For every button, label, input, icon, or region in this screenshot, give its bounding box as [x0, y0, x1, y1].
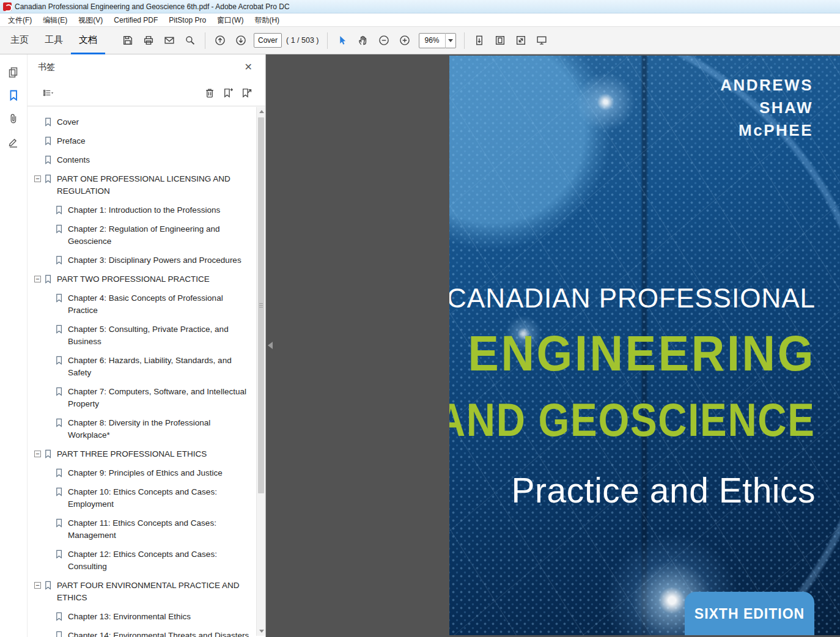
collapse-toggle[interactable]: −	[34, 175, 41, 182]
menu-item[interactable]: 文件(F)	[2, 13, 37, 27]
bookmark-item[interactable]: Chapter 12: Ethics Concepts and Cases: C…	[28, 548, 249, 573]
select-tool-button[interactable]	[332, 30, 353, 51]
bookmark-item[interactable]: Contents	[28, 154, 249, 166]
bookmark-flag-icon	[55, 418, 63, 427]
bookmark-label: Chapter 10: Ethics Concepts and Cases: E…	[68, 486, 249, 510]
page-thumbnails-button[interactable]	[3, 62, 24, 83]
bookmark-label: Chapter 2: Regulation of Engineering and…	[68, 223, 249, 248]
bookmark-label: Chapter 9: Principles of Ethics and Just…	[68, 467, 223, 479]
bookmark-item[interactable]: Chapter 8: Diversity in the Professional…	[28, 417, 249, 441]
bookmarks-close-button[interactable]: ✕	[242, 61, 255, 73]
toolbar-separator	[205, 32, 205, 49]
bookmark-options-button[interactable]	[36, 84, 61, 102]
cover-subtitle: Practice and Ethics	[512, 470, 816, 510]
bookmark-part-item[interactable]: −PART ONE PROFESSIONAL LICENSING AND REG…	[28, 173, 249, 197]
bookmark-flag-icon	[55, 224, 63, 234]
bookmark-arrow-icon	[241, 87, 252, 98]
bookmark-item[interactable]: Preface	[28, 135, 249, 147]
bookmark-item[interactable]: Chapter 5: Consulting, Private Practice,…	[28, 323, 249, 348]
bookmark-item[interactable]: Chapter 7: Computers, Software, and Inte…	[28, 386, 249, 410]
menu-item[interactable]: 帮助(H)	[249, 13, 285, 27]
menubar: 文件(F)编辑(E)视图(V)Certified PDFPitStop Pro窗…	[0, 13, 840, 27]
bookmark-flag-icon	[44, 449, 52, 458]
page-number-input[interactable]	[254, 33, 282, 48]
zoom-in-button[interactable]	[394, 30, 415, 51]
menu-item[interactable]: 编辑(E)	[37, 13, 73, 27]
fullscreen-button[interactable]	[510, 30, 531, 51]
toolbar: 主页工具文档 ( 1 / 503 )	[0, 27, 840, 54]
previous-page-button[interactable]	[210, 30, 230, 51]
bookmark-flag-icon	[55, 612, 63, 621]
fit-page-icon	[495, 35, 506, 46]
new-bookmark-button[interactable]	[219, 84, 237, 102]
app-window: Canadian Professional Engineering and Ge…	[0, 0, 840, 637]
attachments-button[interactable]	[3, 108, 24, 129]
presentation-mode-button[interactable]	[531, 30, 552, 51]
bookmark-label: PART TWO PROFESSIONAL PRACTICE	[57, 273, 210, 285]
bookmark-part-item[interactable]: −PART FOUR ENVIRONMENTAL PRACTICE AND ET…	[28, 580, 249, 604]
bookmark-item[interactable]: Chapter 10: Ethics Concepts and Cases: E…	[28, 486, 249, 510]
collapse-toggle[interactable]: −	[34, 582, 41, 589]
hand-tool-button[interactable]	[353, 30, 374, 51]
bookmark-item[interactable]: Chapter 4: Basic Concepts of Professiona…	[28, 292, 249, 317]
bookmark-item[interactable]: Chapter 3: Disciplinary Powers and Proce…	[28, 254, 249, 267]
arrow-down-circle-icon	[235, 35, 246, 46]
bookmark-part-item[interactable]: −PART THREE PROFESSIONAL ETHICS	[28, 448, 249, 460]
bookmark-flag-icon	[55, 387, 63, 396]
delete-bookmark-button[interactable]	[201, 84, 219, 102]
bookmark-item[interactable]: Chapter 9: Principles of Ethics and Just…	[28, 467, 249, 479]
print-icon	[143, 35, 154, 46]
email-button[interactable]	[159, 30, 180, 51]
zoom-level-dropdown[interactable]: 96%	[419, 33, 456, 48]
trash-icon	[204, 87, 215, 98]
tab-tools[interactable]: 工具	[37, 27, 71, 54]
search-button[interactable]	[180, 30, 201, 51]
signatures-button[interactable]	[3, 131, 24, 152]
save-button[interactable]	[117, 30, 138, 51]
page-count-label: ( 1 / 503 )	[286, 36, 319, 45]
bookmark-item[interactable]: Chapter 13: Environmental Ethics	[28, 611, 249, 623]
hand-icon	[358, 35, 369, 46]
bookmark-item[interactable]: Chapter 1: Introduction to the Professio…	[28, 204, 249, 216]
collapse-toggle[interactable]: −	[34, 451, 41, 457]
bookmark-item[interactable]: Chapter 6: Hazards, Liability, Standards…	[28, 355, 249, 379]
tab-home[interactable]: 主页	[2, 27, 37, 54]
menu-item[interactable]: 视图(V)	[73, 13, 108, 27]
cursor-arrow-icon	[337, 35, 348, 46]
bookmark-flag-icon	[55, 293, 63, 303]
collapse-toggle[interactable]: −	[34, 276, 41, 282]
author-name: ANDREWS	[720, 74, 813, 97]
tab-document[interactable]: 文档	[71, 27, 105, 54]
panel-collapse-handle[interactable]	[268, 338, 276, 353]
bookmark-part-item[interactable]: −PART TWO PROFESSIONAL PRACTICE	[28, 273, 249, 285]
bookmarks-panel-button[interactable]	[3, 85, 24, 106]
minus-circle-icon	[378, 35, 389, 46]
scroll-thumb[interactable]	[258, 117, 264, 493]
save-icon	[122, 35, 133, 46]
scroll-down-button[interactable]	[257, 627, 266, 636]
menu-item[interactable]: PitStop Pro	[163, 13, 212, 27]
goto-bookmark-button[interactable]	[237, 84, 256, 102]
bookmark-flag-icon	[55, 487, 63, 496]
bookmark-label: Chapter 14: Environmental Threats and Di…	[68, 630, 249, 637]
scroll-up-button[interactable]	[257, 107, 266, 116]
bookmark-item[interactable]: Chapter 14: Environmental Threats and Di…	[28, 630, 249, 637]
print-button[interactable]	[138, 30, 159, 51]
menu-item[interactable]: Certified PDF	[108, 13, 163, 27]
scroll-mode-button[interactable]	[469, 30, 490, 51]
bookmark-item[interactable]: Chapter 11: Ethics Concepts and Cases: M…	[28, 517, 249, 542]
bookmark-label: Preface	[57, 135, 86, 147]
bookmark-item[interactable]: Chapter 2: Regulation of Engineering and…	[28, 223, 249, 248]
bookmark-flag-icon	[55, 256, 63, 265]
bookmark-item[interactable]: Cover	[28, 116, 249, 128]
bookmarks-title: 书签	[38, 62, 55, 73]
menu-item[interactable]: 窗口(W)	[212, 13, 249, 27]
pages-icon	[7, 66, 20, 78]
close-icon: ✕	[245, 62, 252, 72]
bookmark-scrollbar[interactable]	[256, 107, 265, 636]
bookmarks-toolbar	[28, 79, 265, 106]
zoom-caret[interactable]	[445, 33, 455, 48]
zoom-out-button[interactable]	[374, 30, 394, 51]
fit-page-button[interactable]	[490, 30, 510, 51]
next-page-button[interactable]	[230, 30, 251, 51]
